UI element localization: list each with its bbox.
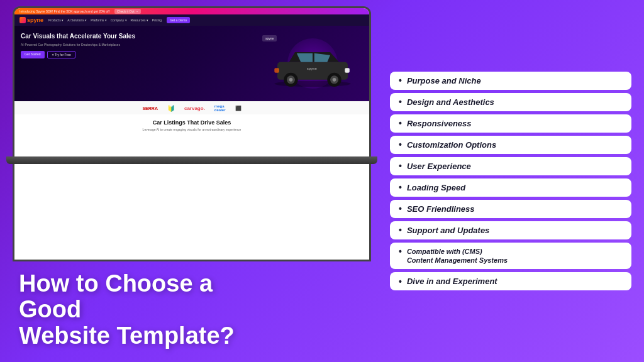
list-item-text: Loading Speed <box>407 183 465 192</box>
spyne-logo-text: spyne <box>27 17 43 23</box>
site-topbar: Introducing Spyne SDK! Find the SDK appr… <box>14 8 369 14</box>
nav-resources: Resources ▾ <box>131 18 148 22</box>
section-title: Car Listings That Drive Sales <box>24 119 360 126</box>
logo-1: SERRA <box>142 106 158 111</box>
list-item-text: Responsiveness <box>407 119 472 128</box>
list-bullet: • <box>399 140 402 149</box>
svg-text:spyne: spyne <box>307 67 317 70</box>
topbar-text: Introducing Spyne SDK! Find the SDK appr… <box>19 9 109 13</box>
svg-rect-9 <box>274 68 279 72</box>
list-item: •User Experience <box>390 157 631 175</box>
list-item-text: Design and Aesthetics <box>407 97 494 107</box>
svg-point-4 <box>289 78 293 82</box>
nav-links: Products ▾ AI Solutions ▾ Platforms ▾ Co… <box>48 18 162 22</box>
list-bullet: • <box>399 247 402 256</box>
laptop-outer: Introducing Spyne SDK! Find the SDK appr… <box>13 6 371 261</box>
list-bullet: • <box>399 76 402 85</box>
list-item-text: Purpose and Niche <box>407 76 481 85</box>
list-item-text: Support and Updates <box>407 226 489 235</box>
site-nav: spyne Products ▾ AI Solutions ▾ Platform… <box>14 14 369 26</box>
list-item: •Dive in and Experiment <box>390 272 631 290</box>
nav-pricing: Pricing <box>152 18 162 22</box>
main-heading-line1: How to Choose a Good <box>19 270 213 323</box>
section-sub: Leverage AI to create engaging visuals f… <box>24 128 360 131</box>
list-item-text: SEO Friendliness <box>407 204 475 214</box>
logo-2: 🔰 <box>167 105 175 112</box>
laptop-base <box>6 156 377 164</box>
list-bullet: • <box>399 226 402 234</box>
nav-solutions: AI Solutions ▾ <box>67 18 87 22</box>
hero-btn-secondary[interactable]: ✦ Try for Free <box>47 51 75 58</box>
nav-demo-btn[interactable]: Get a Demo <box>167 17 190 23</box>
site-section: Car Listings That Drive Sales Leverage A… <box>14 114 369 136</box>
main-heading: How to Choose a Good Website Template? <box>19 271 258 349</box>
list-item: •Support and Updates <box>390 221 631 239</box>
list-item: •Compatible with (CMS) Content Managemen… <box>390 243 631 270</box>
list-item: •Purpose and Niche <box>390 72 631 90</box>
svg-point-7 <box>333 78 336 82</box>
list-bullet: • <box>399 277 402 286</box>
hero-buttons: Get Started ✦ Try for Free <box>21 51 256 58</box>
topbar-cta: Check it Out → <box>114 9 141 14</box>
nav-products: Products ▾ <box>48 18 64 22</box>
logo-5: ⬛ <box>235 106 242 111</box>
hero-title: Car Visuals that Accelerate Your Sales <box>21 32 256 40</box>
nav-platforms: Platforms ▾ <box>91 18 107 22</box>
bottom-title: How to Choose a Good Website Template? <box>19 271 258 349</box>
list-item-text: Compatible with (CMS) Content Management… <box>407 247 508 265</box>
main-heading-line2: Website Template? <box>19 322 235 349</box>
list-bullet: • <box>399 183 402 192</box>
logo-3: carvago. <box>184 106 205 111</box>
car-svg: spyne <box>269 41 357 89</box>
list-item: •Customization Options <box>390 136 631 154</box>
svg-rect-8 <box>345 68 349 72</box>
site-logos: SERRA 🔰 carvago. megadealer ⬛ <box>14 101 369 114</box>
nav-company: Company ▾ <box>111 18 127 22</box>
site-hero: Car Visuals that Accelerate Your Sales A… <box>14 26 369 101</box>
list-item-text: Dive in and Experiment <box>407 277 497 286</box>
laptop-screen: Introducing Spyne SDK! Find the SDK appr… <box>14 8 369 260</box>
left-panel: Introducing Spyne SDK! Find the SDK appr… <box>0 0 384 362</box>
list-item: •SEO Friendliness <box>390 200 631 218</box>
right-panel: •Purpose and Niche•Design and Aesthetics… <box>384 0 644 362</box>
spyne-logo: spyne <box>19 17 43 23</box>
list-item: •Design and Aesthetics <box>390 93 631 111</box>
logo-4: megadealer <box>214 104 226 112</box>
car-image: spyne <box>265 35 360 92</box>
hero-text: Car Visuals that Accelerate Your Sales A… <box>21 32 262 95</box>
list-item-text: Customization Options <box>407 140 496 150</box>
spyne-logo-icon <box>19 17 26 23</box>
list-bullet: • <box>399 162 402 170</box>
laptop-container: Introducing Spyne SDK! Find the SDK appr… <box>13 6 371 261</box>
hero-subtitle: AI-Powered Car Photography Solutions for… <box>21 43 256 47</box>
hero-btn-primary[interactable]: Get Started <box>21 51 45 58</box>
list-item: •Responsiveness <box>390 114 631 133</box>
hero-image-area: spyne <box>262 32 363 95</box>
list-bullet: • <box>399 204 402 213</box>
list-bullet: • <box>399 119 402 128</box>
list-bullet: • <box>399 97 402 106</box>
list-item-text: User Experience <box>407 162 471 171</box>
list-item: •Loading Speed <box>390 178 631 197</box>
